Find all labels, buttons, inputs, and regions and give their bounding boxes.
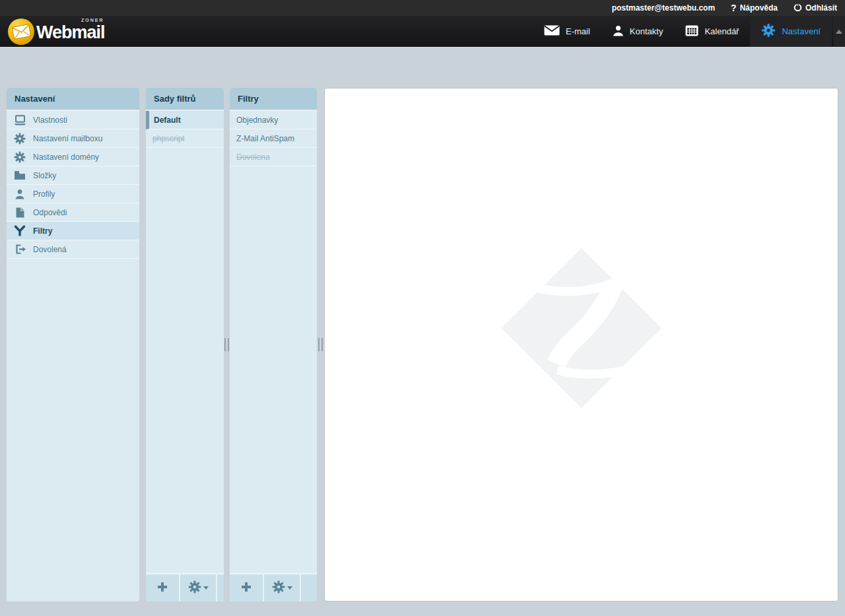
sidebar-item-odpovedi[interactable]: Odpovědi xyxy=(7,203,139,222)
settings-panel: Nastavení Vlastnosti Nastavení mailboxu … xyxy=(7,88,139,601)
logo-envelope-icon xyxy=(8,18,34,45)
splitter-handle[interactable] xyxy=(317,88,324,601)
filter-row-dovolena[interactable]: Dovolena xyxy=(230,148,317,166)
sidebar-item-vlastnosti[interactable]: Vlastnosti xyxy=(7,111,139,129)
filter-row-zmail-antispam[interactable]: Z-Mail AntiSpam xyxy=(230,129,317,148)
sidebar-item-filtry[interactable]: Filtry xyxy=(7,222,139,240)
power-icon xyxy=(794,3,802,14)
user-email: postmaster@testwebu.com xyxy=(612,3,715,13)
nav-item-nastaveni[interactable]: Nastavení xyxy=(750,16,832,47)
nav-item-kontakty[interactable]: Kontakty xyxy=(601,16,675,47)
filter-menu-button[interactable] xyxy=(264,574,301,601)
chevron-up-icon xyxy=(836,30,842,34)
sidebar-item-nastaveni-mailboxu[interactable]: Nastavení mailboxu xyxy=(7,129,139,148)
funnel-icon xyxy=(13,225,26,236)
settings-panel-title: Nastavení xyxy=(7,88,139,111)
zoner-watermark-logo xyxy=(499,246,664,413)
webmail-logo[interactable]: ZONER Webmail xyxy=(0,16,105,47)
filter-sets-panel-title: Sady filtrů xyxy=(146,88,224,111)
grip-icon xyxy=(224,338,229,351)
page-icon xyxy=(13,207,26,218)
nav-menu: E-mail Kontakty Kalendář xyxy=(533,16,845,47)
filter-row-objednavky[interactable]: Objednavky xyxy=(230,111,317,129)
detail-panel xyxy=(324,88,838,601)
sidebar-item-dovolena[interactable]: Dovolená xyxy=(7,240,139,259)
calendar-icon xyxy=(685,25,698,38)
gear-icon xyxy=(272,580,285,596)
nav-item-kalendar[interactable]: Kalendář xyxy=(674,16,750,47)
person-icon xyxy=(13,189,26,199)
navbar: ZONER Webmail E-mail Kontakty Kalendář xyxy=(0,16,845,48)
filter-set-row-default[interactable]: Default xyxy=(146,111,224,129)
chevron-down-icon xyxy=(203,586,209,590)
laptop-icon xyxy=(13,115,26,125)
sidebar-item-profily[interactable]: Profily xyxy=(7,185,139,203)
filters-toolbar xyxy=(230,573,317,601)
topbar: postmaster@testwebu.com ? Nápověda Odhlá… xyxy=(0,0,845,16)
add-filter-button[interactable] xyxy=(230,574,264,601)
envelope-icon xyxy=(544,25,560,38)
plus-icon xyxy=(240,581,252,596)
help-link[interactable]: ? Nápověda xyxy=(731,3,778,13)
gear-icon xyxy=(13,133,26,145)
exit-icon xyxy=(13,244,26,255)
filter-set-menu-button[interactable] xyxy=(180,574,217,601)
sidebar-item-slozky[interactable]: Složky xyxy=(7,166,139,185)
help-label: Nápověda xyxy=(740,3,778,13)
sidebar-item-nastaveni-domeny[interactable]: Nastavení domény xyxy=(7,148,139,166)
collapse-nav-button[interactable] xyxy=(833,16,845,47)
gear-icon xyxy=(188,580,201,596)
question-mark-icon: ? xyxy=(731,3,737,13)
brand-name: ZONER Webmail xyxy=(36,21,105,42)
folder-icon xyxy=(13,170,26,180)
plus-icon xyxy=(156,581,168,596)
brand-super: ZONER xyxy=(81,18,104,22)
logout-label: Odhlásit xyxy=(805,3,837,13)
add-filter-set-button[interactable] xyxy=(146,574,180,601)
gear-icon xyxy=(761,23,776,40)
gear-icon xyxy=(13,151,26,163)
filters-panel-title: Filtry xyxy=(230,88,317,111)
filter-sets-panel: Sady filtrů Default phpscript xyxy=(146,88,224,601)
chevron-down-icon xyxy=(287,586,292,590)
splitter-handle[interactable] xyxy=(224,88,230,601)
filter-set-row-phpscript[interactable]: phpscript xyxy=(146,129,224,148)
logout-link[interactable]: Odhlásit xyxy=(794,3,837,14)
grip-icon xyxy=(318,338,323,351)
filter-sets-toolbar xyxy=(146,573,224,601)
filters-panel: Filtry Objednavky Z-Mail AntiSpam Dovole… xyxy=(230,88,317,601)
person-icon xyxy=(613,25,624,38)
nav-item-email[interactable]: E-mail xyxy=(533,16,601,47)
content-area: Nastavení Vlastnosti Nastavení mailboxu … xyxy=(0,48,845,616)
